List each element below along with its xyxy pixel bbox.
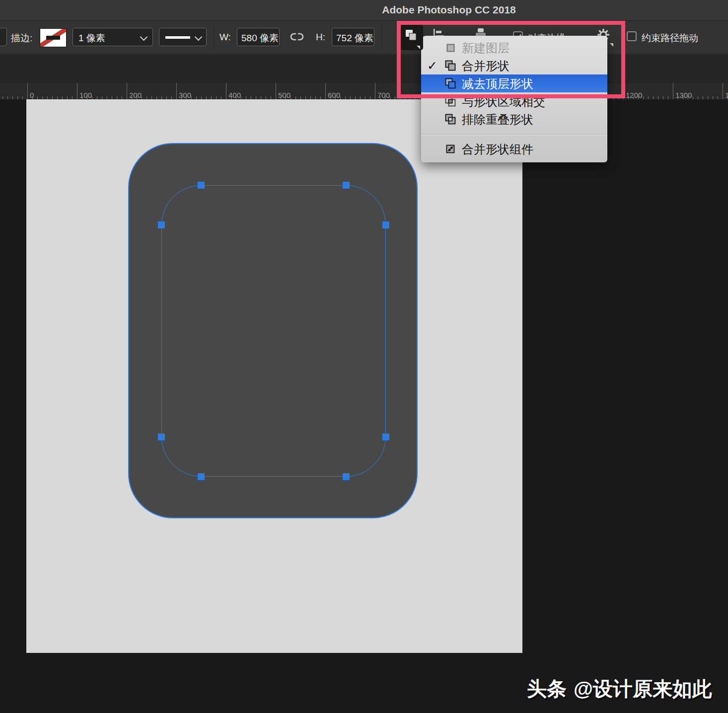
photoshop-window: Adobe Photoshop CC 2018 描边: 1 像素 W: 580 … <box>0 0 728 713</box>
constrain-path-drag-checkbox[interactable] <box>627 31 637 41</box>
ruler-label: 0 <box>30 91 34 99</box>
ruler-label: 100 <box>79 91 92 99</box>
stroke-type-select[interactable] <box>159 28 207 46</box>
exclude-overlapping-shapes-icon <box>444 113 457 126</box>
height-value: 752 像素 <box>336 32 373 45</box>
width-input[interactable]: 580 像素 <box>237 28 280 46</box>
solid-line-icon <box>165 36 190 39</box>
width-value: 580 像素 <box>241 32 279 45</box>
path-anchor-point[interactable] <box>382 433 389 440</box>
watermark: 头条@设计原来如此 <box>527 675 712 703</box>
ruler-label: 400 <box>228 91 241 99</box>
ruler-label: 1200 <box>626 91 642 99</box>
stroke-preview-bar <box>46 36 60 40</box>
link-dimensions-icon[interactable] <box>289 30 305 45</box>
height-input[interactable]: 752 像素 <box>332 28 374 46</box>
path-anchor-point[interactable] <box>343 473 350 480</box>
path-anchor-point[interactable] <box>198 182 205 189</box>
path-anchor-point[interactable] <box>198 473 205 480</box>
separator <box>214 25 214 50</box>
height-label: H: <box>316 32 325 43</box>
stroke-width-select[interactable]: 1 像素 <box>73 28 153 46</box>
menu-item-exclude-overlapping-shapes[interactable]: 排除重叠形状 <box>421 110 607 128</box>
annotation-highlight-box <box>397 21 625 98</box>
chevron-down-icon <box>195 33 203 41</box>
path-anchor-point[interactable] <box>382 221 389 228</box>
stroke-color-swatch[interactable] <box>40 28 67 47</box>
ruler-label: 600 <box>328 91 340 99</box>
watermark-handle: @设计原来如此 <box>574 678 712 700</box>
ruler-label: 1300 <box>675 91 692 99</box>
path-anchor-point[interactable] <box>158 221 165 228</box>
chevron-down-icon <box>140 33 148 41</box>
stroke-label: 描边: <box>11 32 32 45</box>
merge-shape-components-icon <box>444 143 457 155</box>
ruler-label: 300 <box>179 91 191 99</box>
menu-item-label: 合并形状组件 <box>462 142 533 157</box>
ruler-label: 500 <box>278 91 291 99</box>
title-bar: Adobe Photoshop CC 2018 <box>0 0 728 21</box>
inner-rounded-path[interactable] <box>161 185 386 477</box>
path-anchor-point[interactable] <box>158 433 165 440</box>
menu-separator <box>421 134 607 135</box>
stroke-width-value: 1 像素 <box>78 32 105 45</box>
menu-item-merge-shape-components[interactable]: 合并形状组件 <box>421 140 607 158</box>
watermark-brand: 头条 <box>527 678 567 700</box>
separator <box>381 25 382 50</box>
menu-item-label: 排除重叠形状 <box>462 112 533 128</box>
ruler-label: 700 <box>377 91 390 99</box>
window-title: Adobe Photoshop CC 2018 <box>382 4 516 16</box>
fill-swatch-partial[interactable] <box>0 28 7 46</box>
ruler-label: 200 <box>129 91 142 99</box>
path-anchor-point[interactable] <box>343 182 350 189</box>
width-label: W: <box>219 32 231 43</box>
ruler-label: 1400 <box>725 91 728 99</box>
constrain-path-drag-label: 约束路径拖动 <box>642 32 698 45</box>
